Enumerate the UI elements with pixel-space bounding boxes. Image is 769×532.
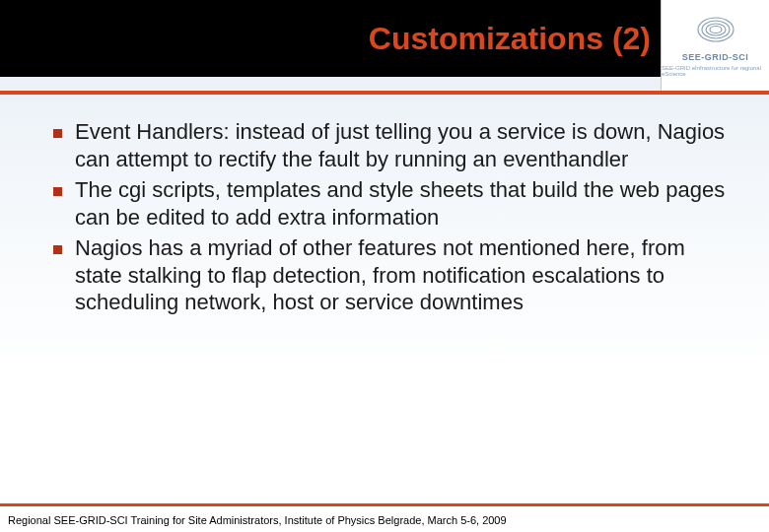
footer-divider [0,503,769,506]
header-bar: Customizations (2) [0,0,769,77]
bullet-list: Event Handlers: instead of just telling … [47,118,737,316]
list-item: The cgi scripts, templates and style she… [47,176,737,231]
header-divider [0,91,769,95]
logo-subtitle: SEE-GRID eInfrastructure for regional eS… [662,65,769,77]
fingerprint-icon [694,14,737,49]
footer-text: Regional SEE-GRID-SCI Training for Site … [8,514,507,526]
list-item: Nagios has a myriad of other features no… [47,234,737,316]
svg-point-2 [706,24,726,35]
slide-title: Customizations (2) [369,21,651,57]
body-area: Event Handlers: instead of just telling … [47,118,737,320]
list-item: Event Handlers: instead of just telling … [47,118,737,172]
svg-point-3 [710,27,722,33]
logo-box: SEE-GRID-SCI SEE-GRID eInfrastructure fo… [661,0,769,91]
logo-text: SEE-GRID-SCI [682,52,749,62]
slide: Customizations (2) SEE-GRID-SCI SEE-GRID… [0,0,769,532]
